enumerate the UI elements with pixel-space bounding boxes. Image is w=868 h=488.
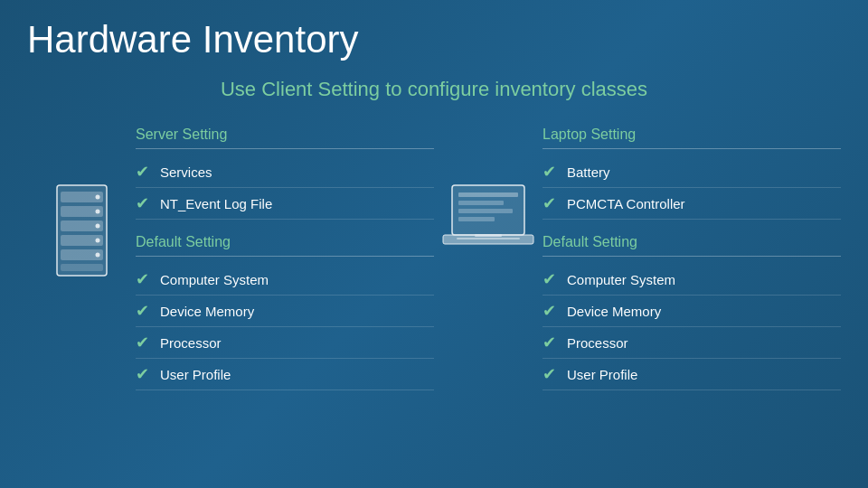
item-label: User Profile (160, 367, 231, 382)
item-label: Computer System (567, 272, 675, 287)
right-data-column: Laptop Setting ✔ Battery ✔ PCMCTA Contro… (542, 127, 841, 390)
checkmark-icon: ✔ (136, 162, 149, 182)
left-data-column: Server Setting ✔ Services ✔ NT_Event Log… (136, 127, 434, 390)
svg-point-10 (95, 239, 99, 243)
list-item: ✔ Computer System (542, 264, 841, 296)
checkmark-icon: ✔ (136, 301, 149, 321)
list-item: ✔ User Profile (136, 359, 434, 390)
item-label: Device Memory (567, 304, 661, 319)
checkmark-icon: ✔ (136, 193, 149, 213)
item-label: User Profile (567, 367, 637, 382)
server-icon (48, 181, 116, 280)
svg-point-7 (95, 195, 99, 200)
main-content: Server Setting ✔ Services ✔ NT_Event Log… (27, 127, 841, 390)
left-default-setting-header: Default Setting (136, 234, 434, 257)
checkmark-icon: ✔ (136, 364, 149, 384)
page-subtitle: Use Client Setting to configure inventor… (27, 78, 841, 101)
svg-rect-14 (458, 201, 504, 205)
laptop-icon (439, 181, 538, 258)
svg-point-11 (95, 253, 99, 258)
list-item: ✔ NT_Event Log File (136, 188, 434, 220)
checkmark-icon: ✔ (542, 193, 556, 213)
svg-rect-16 (458, 217, 495, 221)
checkmark-icon: ✔ (542, 301, 556, 321)
list-item: ✔ Processor (542, 327, 841, 359)
list-item: ✔ Processor (136, 327, 434, 359)
list-item: ✔ Battery (542, 156, 841, 188)
list-item: ✔ PCMCTA Controller (542, 188, 841, 220)
laptop-icon-wrapper (434, 127, 542, 258)
item-label: Computer System (160, 272, 269, 287)
page-title: Hardware Inventory (27, 18, 841, 61)
list-item: ✔ Services (136, 156, 434, 188)
item-label: Services (160, 164, 212, 180)
page-container: Hardware Inventory Use Client Setting to… (0, 0, 868, 488)
checkmark-icon: ✔ (542, 333, 556, 352)
right-default-setting-section: Default Setting ✔ Computer System ✔ Devi… (542, 234, 841, 390)
laptop-setting-header: Laptop Setting (542, 127, 841, 149)
server-setting-section: Server Setting ✔ Services ✔ NT_Event Log… (136, 127, 434, 220)
svg-rect-15 (458, 209, 513, 213)
list-item: ✔ Device Memory (136, 296, 434, 327)
item-label: NT_Event Log File (160, 196, 272, 211)
checkmark-icon: ✔ (542, 269, 556, 289)
server-icon-wrapper (27, 127, 136, 280)
svg-point-8 (95, 210, 99, 214)
item-label: Device Memory (160, 304, 254, 319)
svg-rect-19 (475, 234, 502, 237)
checkmark-icon: ✔ (542, 364, 556, 384)
item-label: Processor (567, 335, 628, 351)
item-label: Processor (160, 335, 222, 351)
item-label: PCMCTA Controller (567, 196, 685, 211)
checkmark-icon: ✔ (136, 333, 149, 352)
item-label: Battery (567, 164, 610, 180)
svg-rect-6 (61, 264, 103, 271)
list-item: ✔ Computer System (136, 264, 434, 296)
right-section: Laptop Setting ✔ Battery ✔ PCMCTA Contro… (434, 127, 841, 390)
list-item: ✔ User Profile (542, 359, 841, 390)
right-default-setting-header: Default Setting (542, 234, 841, 257)
left-section: Server Setting ✔ Services ✔ NT_Event Log… (27, 127, 434, 390)
checkmark-icon: ✔ (542, 162, 556, 182)
svg-rect-18 (457, 238, 520, 239)
server-setting-header: Server Setting (136, 127, 434, 149)
svg-point-9 (95, 224, 99, 229)
checkmark-icon: ✔ (136, 269, 149, 289)
laptop-setting-section: Laptop Setting ✔ Battery ✔ PCMCTA Contro… (542, 127, 841, 220)
left-default-setting-section: Default Setting ✔ Computer System ✔ Devi… (136, 234, 434, 390)
svg-rect-13 (458, 192, 518, 197)
list-item: ✔ Device Memory (542, 296, 841, 327)
